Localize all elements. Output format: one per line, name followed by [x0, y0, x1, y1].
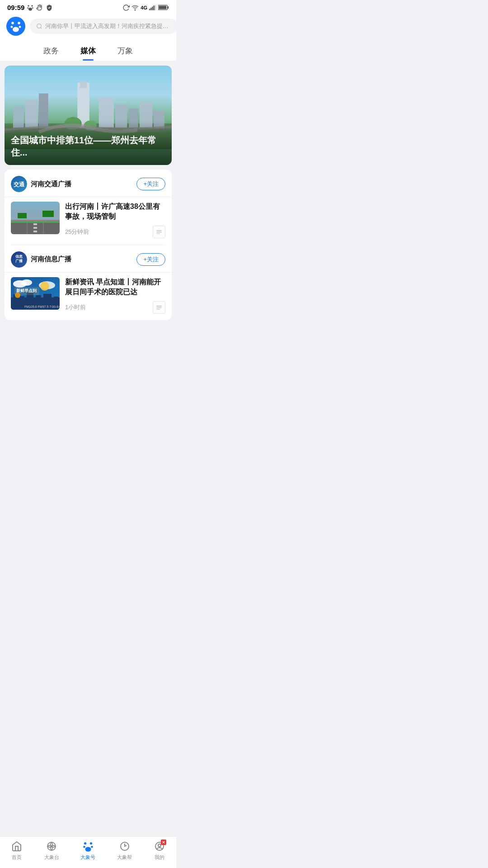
svg-point-5 — [135, 9, 136, 10]
svg-point-67 — [15, 292, 20, 298]
svg-point-1 — [32, 5, 33, 6]
news-title-info: 新鲜资讯 早点知道丨河南能开展日间手术的医院已达 — [65, 277, 165, 297]
svg-rect-48 — [156, 231, 162, 232]
svg-rect-40 — [33, 231, 37, 232]
svg-rect-38 — [33, 223, 37, 225]
news-time-traffic: 25分钟前 — [65, 228, 89, 236]
news-item-traffic[interactable]: 出行河南丨许广高速38公里有事故，现场管制 25分钟前 — [5, 197, 172, 245]
svg-text:信息: 信息 — [15, 255, 23, 259]
svg-rect-7 — [150, 8, 151, 10]
svg-point-3 — [32, 7, 33, 9]
svg-line-20 — [41, 28, 42, 29]
status-time: 09:59 — [7, 4, 24, 11]
svg-rect-49 — [156, 233, 160, 234]
hand-icon — [36, 4, 43, 11]
channel-card-traffic: 交通 河南交通广播 +关注 — [5, 170, 172, 320]
svg-rect-12 — [168, 6, 169, 9]
tab-meiti[interactable]: 媒体 — [79, 43, 98, 61]
app-logo-icon — [9, 20, 22, 33]
tabs-container: 政务 媒体 万象 — [0, 40, 176, 61]
fresh-news-thumbnail: 新鲜早点到 FM105.6 FM97.5 7:00-8:00 — [11, 277, 60, 310]
svg-rect-47 — [156, 230, 162, 231]
news-thumb-info: 新鲜早点到 FM105.6 FM97.5 7:00-8:00 — [11, 277, 60, 310]
hero-caption-text: 全国城市中排第11位——郑州去年常住... — [11, 135, 156, 157]
status-bar: 09:59 4G — [0, 0, 176, 13]
rotation-icon — [122, 4, 130, 11]
follow-btn-traffic[interactable]: +关注 — [136, 178, 165, 190]
status-right: 4G — [122, 4, 169, 11]
svg-point-19 — [37, 24, 41, 28]
news-meta-info: 1小时前 — [65, 301, 165, 314]
search-bar[interactable]: 河南你早丨甲流进入高发期！河南疾控紧急提醒；... — [30, 19, 176, 34]
channel-header-info: 信息 广播 河南信息广播 +关注 — [5, 245, 172, 272]
tab-zhengwu[interactable]: 政务 — [42, 43, 61, 61]
channel-header-traffic: 交通 河南交通广播 +关注 — [5, 170, 172, 197]
status-left: 09:59 — [7, 4, 53, 11]
paw-icon — [27, 4, 34, 11]
main-content: 全国城市中排第11位——郑州去年常住... 交通 河南交通广播 — [0, 66, 176, 361]
svg-point-0 — [28, 5, 29, 6]
svg-rect-8 — [152, 6, 153, 10]
svg-rect-46 — [11, 220, 60, 221]
svg-rect-70 — [156, 307, 162, 308]
more-dots-icon — [156, 230, 162, 234]
svg-rect-69 — [156, 306, 162, 307]
road-thumbnail — [11, 202, 60, 234]
svg-rect-10 — [155, 5, 156, 10]
svg-rect-26 — [80, 81, 87, 88]
svg-text:FM105.6  FM97.5  7:00-8:00: FM105.6 FM97.5 7:00-8:00 — [24, 305, 60, 308]
svg-point-2 — [28, 7, 29, 9]
news-content-info: 新鲜资讯 早点知道丨河南能开展日间手术的医院已达 1小时前 — [65, 277, 165, 314]
more-icon-traffic[interactable] — [153, 226, 165, 238]
svg-rect-42 — [18, 213, 27, 218]
svg-rect-39 — [33, 227, 37, 229]
signal-icon — [149, 5, 156, 10]
hero-caption: 全国城市中排第11位——郑州去年常住... — [5, 121, 172, 165]
svg-point-15 — [18, 22, 20, 24]
channel-logo-info: 信息 广播 — [11, 251, 27, 268]
svg-text:新鲜早点到: 新鲜早点到 — [16, 288, 37, 293]
svg-rect-13 — [159, 6, 166, 9]
svg-rect-9 — [154, 5, 155, 10]
shield-icon — [46, 4, 53, 11]
svg-text:交通: 交通 — [14, 181, 25, 188]
news-meta-traffic: 25分钟前 — [65, 226, 165, 238]
svg-point-14 — [11, 22, 14, 24]
svg-point-16 — [10, 26, 13, 28]
tab-wanxiang[interactable]: 万象 — [116, 43, 135, 61]
svg-point-18 — [13, 27, 19, 32]
channel-logo-traffic: 交通 — [11, 176, 27, 192]
wifi-icon — [131, 4, 139, 11]
svg-point-4 — [28, 8, 32, 11]
search-placeholder: 河南你早丨甲流进入高发期！河南疾控紧急提醒；... — [45, 22, 172, 30]
network-type: 4G — [141, 5, 147, 10]
channel-name-info: 河南信息广播 — [31, 255, 136, 264]
header: 河南你早丨甲流进入高发期！河南疾控紧急提醒；... — [0, 13, 176, 40]
follow-btn-info[interactable]: +关注 — [136, 253, 165, 266]
svg-rect-43 — [42, 211, 54, 217]
channel-name-traffic: 河南交通广播 — [31, 180, 136, 189]
news-title-traffic: 出行河南丨许广高速38公里有事故，现场管制 — [65, 202, 165, 222]
svg-point-57 — [40, 282, 49, 291]
news-thumb-traffic — [11, 202, 60, 234]
news-content-traffic: 出行河南丨许广高速38公里有事故，现场管制 25分钟前 — [65, 202, 165, 238]
more-dots-icon-2 — [156, 305, 162, 310]
svg-rect-60 — [20, 296, 24, 310]
search-icon — [36, 23, 42, 29]
svg-point-55 — [21, 279, 32, 286]
svg-rect-6 — [149, 9, 150, 10]
battery-icon — [158, 5, 169, 10]
more-icon-info[interactable] — [153, 301, 165, 314]
svg-text:广播: 广播 — [15, 259, 23, 263]
svg-rect-71 — [156, 309, 160, 310]
news-time-info: 1小时前 — [65, 303, 86, 311]
app-logo[interactable] — [6, 17, 25, 36]
svg-point-17 — [19, 26, 21, 28]
hero-banner[interactable]: 全国城市中排第11位——郑州去年常住... — [5, 66, 172, 165]
news-item-info[interactable]: 新鲜早点到 FM105.6 FM97.5 7:00-8:00 新鲜资讯 早点知道… — [5, 272, 172, 320]
